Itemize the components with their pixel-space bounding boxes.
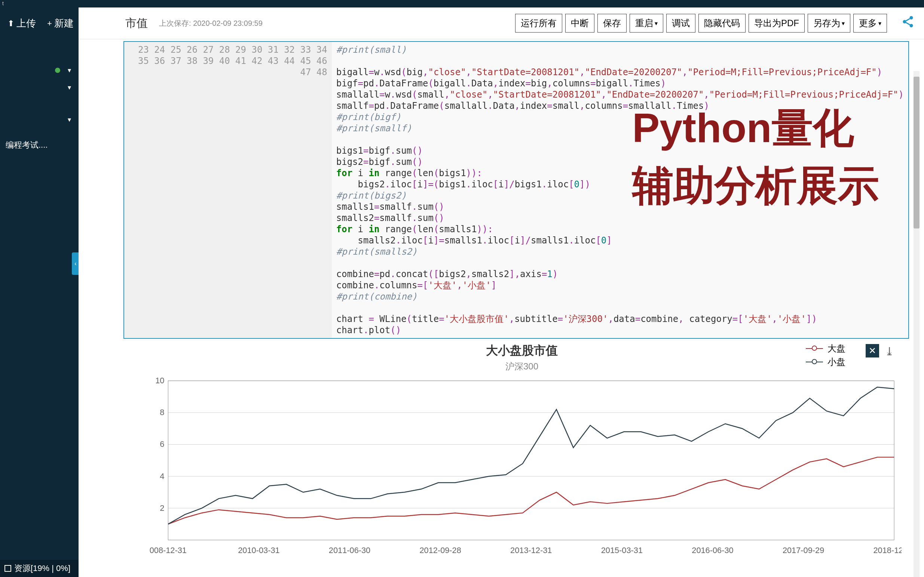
- upload-button[interactable]: ⬆ 上传: [8, 17, 36, 30]
- svg-text:2017-09-29: 2017-09-29: [782, 546, 824, 555]
- chevron-down-icon: ▾: [68, 84, 71, 92]
- chevron-down-icon: ▾: [68, 66, 71, 74]
- legend-item-big[interactable]: 大盘: [806, 343, 845, 355]
- svg-point-1: [903, 20, 906, 23]
- toolbar: 运行所有 中断 保存 重启▾ 调试 隐藏代码 导出为PDF 另存为▾ 更多▾: [515, 14, 914, 32]
- svg-text:4: 4: [160, 472, 164, 481]
- legend-item-small[interactable]: 小盘: [806, 356, 845, 368]
- svg-point-2: [910, 24, 913, 27]
- svg-line-4: [906, 23, 910, 25]
- svg-text:2015-03-31: 2015-03-31: [601, 546, 643, 555]
- legend-label-big: 大盘: [827, 343, 845, 355]
- hide-code-button[interactable]: 隐藏代码: [698, 14, 745, 32]
- chevron-down-icon: ▾: [68, 116, 71, 124]
- svg-text:2013-12-31: 2013-12-31: [510, 546, 552, 555]
- upload-icon: ⬆: [8, 19, 14, 28]
- svg-text:6: 6: [160, 439, 164, 449]
- new-label: 新建: [54, 17, 74, 30]
- resource-status-text: 资源[19% | 0%]: [14, 563, 70, 574]
- more-button[interactable]: 更多▾: [853, 14, 887, 32]
- resource-status-bar: 资源[19% | 0%]: [0, 560, 79, 577]
- chart-output: 大小盘股市值 沪深300 大盘 小盘 ✕ ⤓ 246810008-12-3120…: [142, 343, 901, 561]
- legend-label-small: 小盘: [827, 356, 845, 368]
- chevron-down-icon: ▾: [655, 20, 658, 27]
- save-time: 2020-02-09 23:09:59: [193, 19, 263, 27]
- upload-label: 上传: [16, 17, 36, 30]
- chart-canvas: 246810008-12-312010-03-312011-06-302012-…: [142, 372, 901, 559]
- main-content: 23 24 25 26 27 28 29 30 31 32 33 34 35 3…: [79, 39, 924, 577]
- last-saved-info: 上次保存: 2020-02-09 23:09:59: [159, 18, 263, 28]
- restart-button[interactable]: 重启▾: [630, 14, 663, 32]
- export-pdf-button[interactable]: 导出为PDF: [748, 14, 805, 32]
- chart-download-icon[interactable]: ⤓: [885, 345, 894, 358]
- legend-marker-big: [806, 348, 823, 349]
- svg-text:2012-09-28: 2012-09-28: [419, 546, 461, 555]
- svg-line-3: [906, 18, 910, 21]
- code-cell[interactable]: 23 24 25 26 27 28 29 30 31 32 33 34 35 3…: [123, 41, 909, 339]
- svg-text:2011-06-30: 2011-06-30: [329, 546, 370, 555]
- scrollbar-thumb[interactable]: [914, 77, 919, 229]
- run-all-button[interactable]: 运行所有: [515, 14, 562, 32]
- legend-marker-small: [806, 362, 823, 363]
- svg-text:8: 8: [160, 408, 164, 417]
- sidebar: ▾ ▾ ▾ 编程考试.... ‹ ! ? 资源[19% | 0%]: [0, 39, 79, 577]
- svg-text:10: 10: [155, 376, 164, 385]
- notebook-title[interactable]: 市值: [125, 16, 148, 31]
- svg-text:2018-12-28: 2018-12-28: [874, 546, 901, 555]
- chart-legend: 大盘 小盘: [806, 343, 845, 369]
- line-number-gutter: 23 24 25 26 27 28 29 30 31 32 33 34 35 3…: [124, 42, 332, 338]
- sidebar-header: ⬆ 上传 + 新建: [0, 8, 79, 39]
- new-button[interactable]: + 新建: [47, 17, 74, 30]
- titlebar-text: t: [0, 0, 4, 6]
- notebook-header: 市值 上次保存: 2020-02-09 23:09:59 运行所有 中断 保存 …: [79, 8, 924, 39]
- code-editor[interactable]: #print(small) bigall=w.wsd(big,"close","…: [332, 42, 908, 338]
- svg-text:008-12-31: 008-12-31: [150, 546, 187, 555]
- window-titlebar: t: [0, 0, 924, 8]
- sidebar-item-2[interactable]: ▾: [0, 79, 79, 96]
- chevron-down-icon: ▾: [842, 20, 845, 27]
- share-icon[interactable]: [901, 15, 914, 32]
- checkbox-icon[interactable]: [5, 565, 11, 572]
- kernel-status-dot: [55, 68, 60, 73]
- svg-text:2016-06-30: 2016-06-30: [692, 546, 733, 555]
- svg-point-0: [910, 16, 913, 19]
- save-prefix: 上次保存:: [159, 19, 193, 27]
- save-button[interactable]: 保存: [597, 14, 627, 32]
- chart-close-button[interactable]: ✕: [866, 344, 879, 358]
- sidebar-exam-label[interactable]: 编程考试....: [0, 136, 79, 155]
- save-as-button[interactable]: 另存为▾: [808, 14, 850, 32]
- chevron-down-icon: ▾: [878, 20, 881, 27]
- svg-text:2: 2: [160, 503, 164, 513]
- sidebar-kernel-status[interactable]: ▾: [0, 62, 79, 79]
- sidebar-collapse-button[interactable]: ‹: [72, 252, 79, 275]
- interrupt-button[interactable]: 中断: [565, 14, 594, 32]
- svg-text:2010-03-31: 2010-03-31: [238, 546, 279, 555]
- vertical-scrollbar[interactable]: [914, 71, 919, 577]
- debug-button[interactable]: 调试: [666, 14, 695, 32]
- sidebar-item-3[interactable]: ▾: [0, 111, 79, 128]
- chart-title: 大小盘股市值: [142, 343, 901, 359]
- chart-subtitle: 沪深300: [142, 361, 901, 372]
- plus-icon: +: [47, 19, 52, 28]
